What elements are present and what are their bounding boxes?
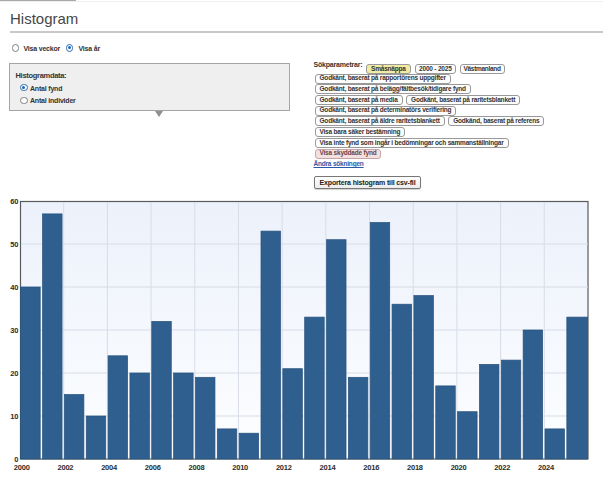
svg-text:2006: 2006 [145, 463, 161, 472]
svg-text:2024: 2024 [538, 463, 555, 472]
svg-text:2020: 2020 [451, 463, 467, 472]
svg-text:50: 50 [10, 240, 18, 249]
svg-text:2000: 2000 [14, 463, 30, 472]
svg-text:40: 40 [10, 283, 18, 292]
svg-text:2016: 2016 [363, 463, 379, 472]
svg-text:2004: 2004 [101, 463, 118, 472]
svg-text:2014: 2014 [320, 463, 337, 472]
svg-text:10: 10 [10, 412, 18, 421]
svg-text:2008: 2008 [189, 463, 205, 472]
svg-text:2010: 2010 [232, 463, 248, 472]
svg-text:20: 20 [10, 369, 18, 378]
svg-text:60: 60 [10, 197, 18, 206]
svg-text:30: 30 [10, 326, 18, 335]
svg-text:2002: 2002 [57, 463, 73, 472]
svg-text:2022: 2022 [494, 463, 510, 472]
svg-text:2012: 2012 [276, 463, 292, 472]
svg-text:2018: 2018 [407, 463, 423, 472]
